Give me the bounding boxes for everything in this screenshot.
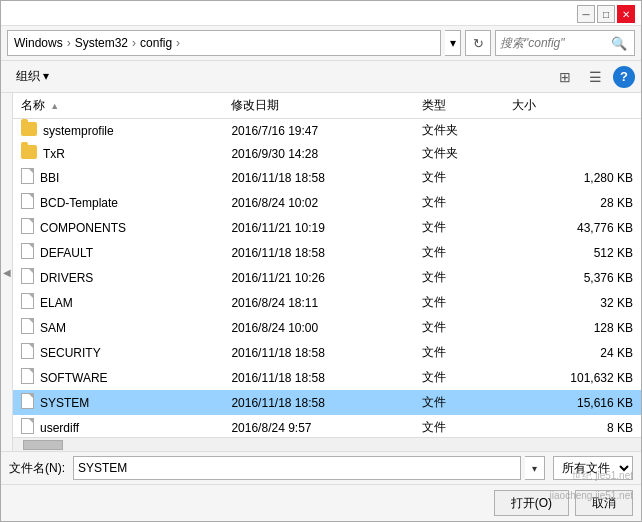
file-size-cell: 128 KB	[504, 315, 641, 340]
file-type-cell: 文件	[414, 215, 504, 240]
table-row[interactable]: DRIVERS2016/11/21 10:26文件5,376 KB	[13, 265, 641, 290]
file-type-cell: 文件	[414, 240, 504, 265]
table-row[interactable]: SECURITY2016/11/18 18:58文件24 KB	[13, 340, 641, 365]
breadcrumb-system32[interactable]: System32	[75, 36, 128, 50]
file-name-cell: DEFAULT	[13, 240, 223, 265]
folder-icon	[21, 145, 37, 162]
file-modified-cell: 2016/11/21 10:26	[223, 265, 413, 290]
organize-button[interactable]: 组织 ▾	[7, 64, 58, 89]
file-icon	[21, 418, 34, 437]
file-name-text: BBI	[40, 171, 59, 185]
file-size-cell	[504, 119, 641, 143]
file-modified-cell: 2016/11/18 18:58	[223, 390, 413, 415]
close-button[interactable]: ✕	[617, 5, 635, 23]
file-name-text: ELAM	[40, 296, 73, 310]
file-modified-cell: 2016/11/18 18:58	[223, 240, 413, 265]
file-modified-cell: 2016/11/18 18:58	[223, 365, 413, 390]
file-modified-cell: 2016/8/24 9:57	[223, 415, 413, 437]
breadcrumb-config[interactable]: config	[140, 36, 172, 50]
filetype-select[interactable]: 所有文件	[553, 456, 633, 480]
refresh-button[interactable]: ↻	[465, 30, 491, 56]
filename-bar: 文件名(N): ▾ 所有文件	[1, 451, 641, 484]
file-name-cell: COMPONENTS	[13, 215, 223, 240]
table-row[interactable]: BCD-Template2016/8/24 10:02文件28 KB	[13, 190, 641, 215]
file-icon	[21, 343, 34, 362]
cancel-button[interactable]: 取消	[575, 490, 633, 516]
search-box: 🔍	[495, 30, 635, 56]
file-name-cell: BBI	[13, 165, 223, 190]
file-table: 名称 ▲ 修改日期 类型 大小 systemprofile2016/7/16 1…	[13, 93, 641, 437]
breadcrumb-windows[interactable]: Windows	[14, 36, 63, 50]
file-list-container: 名称 ▲ 修改日期 类型 大小 systemprofile2016/7/16 1…	[13, 93, 641, 451]
view-list-button[interactable]: ☰	[581, 65, 609, 89]
col-modified[interactable]: 修改日期	[223, 93, 413, 119]
file-icon	[21, 218, 34, 237]
maximize-button[interactable]: □	[597, 5, 615, 23]
title-bar: ─ □ ✕	[1, 1, 641, 26]
open-button[interactable]: 打开(O)	[494, 490, 569, 516]
search-button[interactable]: 🔍	[606, 30, 632, 56]
file-modified-cell: 2016/8/24 10:02	[223, 190, 413, 215]
file-name-text: systemprofile	[43, 124, 114, 138]
file-modified-cell: 2016/8/24 18:11	[223, 290, 413, 315]
file-name-cell: ELAM	[13, 290, 223, 315]
table-row[interactable]: userdiff2016/8/24 9:57文件8 KB	[13, 415, 641, 437]
table-scroll[interactable]: 名称 ▲ 修改日期 类型 大小 systemprofile2016/7/16 1…	[13, 93, 641, 437]
table-row[interactable]: SYSTEM2016/11/18 18:58文件15,616 KB	[13, 390, 641, 415]
file-size-cell: 101,632 KB	[504, 365, 641, 390]
file-modified-cell: 2016/11/18 18:58	[223, 340, 413, 365]
view-buttons: ⊞ ☰	[551, 65, 609, 89]
table-row[interactable]: COMPONENTS2016/11/21 10:19文件43,776 KB	[13, 215, 641, 240]
filename-dropdown-btn[interactable]: ▾	[525, 456, 545, 480]
file-name-text: COMPONENTS	[40, 221, 126, 235]
left-arrow-icon[interactable]: ◀	[3, 267, 11, 278]
file-modified-cell: 2016/11/18 18:58	[223, 165, 413, 190]
file-type-cell: 文件	[414, 415, 504, 437]
help-button[interactable]: ?	[613, 66, 635, 88]
file-size-cell	[504, 142, 641, 165]
view-grid-button[interactable]: ⊞	[551, 65, 579, 89]
search-input[interactable]	[496, 36, 606, 50]
table-row[interactable]: DEFAULT2016/11/18 18:58文件512 KB	[13, 240, 641, 265]
file-type-cell: 文件	[414, 365, 504, 390]
file-icon	[21, 193, 34, 212]
table-header: 名称 ▲ 修改日期 类型 大小	[13, 93, 641, 119]
col-name[interactable]: 名称 ▲	[13, 93, 223, 119]
toolbar: 组织 ▾ ⊞ ☰ ?	[1, 61, 641, 93]
table-row[interactable]: BBI2016/11/18 18:58文件1,280 KB	[13, 165, 641, 190]
table-row[interactable]: SOFTWARE2016/11/18 18:58文件101,632 KB	[13, 365, 641, 390]
table-row[interactable]: TxR2016/9/30 14:28文件夹	[13, 142, 641, 165]
file-type-cell: 文件	[414, 190, 504, 215]
table-row[interactable]: SAM2016/8/24 10:00文件128 KB	[13, 315, 641, 340]
table-row[interactable]: systemprofile2016/7/16 19:47文件夹	[13, 119, 641, 143]
file-name-cell: BCD-Template	[13, 190, 223, 215]
scrollbar-thumb[interactable]	[23, 440, 63, 450]
file-icon	[21, 168, 34, 187]
file-type-cell: 文件	[414, 390, 504, 415]
file-name-cell: SYSTEM	[13, 390, 223, 415]
horizontal-scrollbar[interactable]	[13, 437, 641, 451]
file-list-body: systemprofile2016/7/16 19:47文件夹TxR2016/9…	[13, 119, 641, 438]
file-name-cell: SECURITY	[13, 340, 223, 365]
sep1: ›	[67, 36, 71, 50]
file-name-text: SOFTWARE	[40, 371, 108, 385]
col-size[interactable]: 大小	[504, 93, 641, 119]
minimize-button[interactable]: ─	[577, 5, 595, 23]
filename-input[interactable]	[73, 456, 521, 480]
col-type[interactable]: 类型	[414, 93, 504, 119]
address-dropdown-btn[interactable]: ▾	[445, 30, 461, 56]
file-size-cell: 1,280 KB	[504, 165, 641, 190]
folder-icon	[21, 122, 37, 139]
file-size-cell: 28 KB	[504, 190, 641, 215]
file-name-text: userdiff	[40, 421, 79, 435]
left-panel: ◀	[1, 93, 13, 451]
filename-input-wrap: ▾	[73, 456, 545, 480]
file-size-cell: 512 KB	[504, 240, 641, 265]
sep3: ›	[176, 36, 180, 50]
file-size-cell: 5,376 KB	[504, 265, 641, 290]
file-name-text: SYSTEM	[40, 396, 89, 410]
table-row[interactable]: ELAM2016/8/24 18:11文件32 KB	[13, 290, 641, 315]
breadcrumb[interactable]: Windows › System32 › config ›	[7, 30, 441, 56]
file-size-cell: 8 KB	[504, 415, 641, 437]
file-type-cell: 文件	[414, 340, 504, 365]
